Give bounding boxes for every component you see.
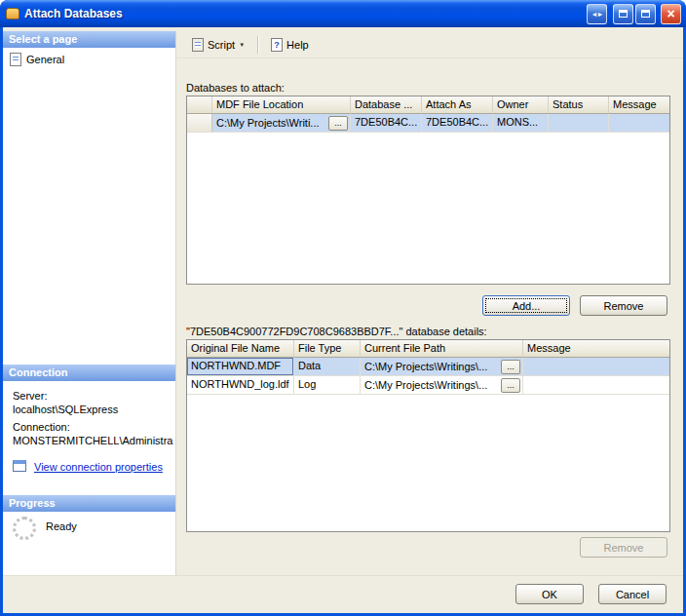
current-file-path-value: C:\My Projects\Writings\...: [364, 361, 487, 372]
help-button-label: Help: [286, 39, 309, 51]
column-header-status[interactable]: Status: [549, 96, 609, 114]
owner-cell[interactable]: MONS...: [493, 114, 549, 133]
server-value: localhost\SQLExpress: [13, 404, 118, 415]
footer: OK Cancel: [3, 575, 683, 613]
add-button[interactable]: Add...: [482, 295, 570, 316]
maximize-icon: [641, 10, 650, 18]
connection-header: Connection: [3, 365, 175, 381]
titlebar[interactable]: Attach Databases ◄► ×: [0, 0, 686, 27]
dialog-body: Select a page General Connection Server:…: [3, 27, 683, 613]
row-selector-cell[interactable]: [187, 114, 212, 133]
current-file-path-cell[interactable]: C:\My Projects\Writings\... ...: [361, 358, 523, 376]
details-remove-button[interactable]: Remove: [580, 537, 667, 558]
restore-icon: [619, 10, 628, 18]
chevron-down-icon: ▼: [239, 42, 245, 48]
server-label: Server:: [13, 390, 47, 402]
column-header-database[interactable]: Database ...: [351, 96, 422, 114]
message-cell[interactable]: [523, 358, 669, 376]
column-header-owner[interactable]: Owner: [493, 96, 549, 114]
dock-arrows-icon: ◄►: [591, 11, 603, 18]
table-row[interactable]: NORTHWND_log.ldf Log C:\My Projects\Writ…: [187, 376, 669, 395]
sidebar-item-general[interactable]: General: [10, 53, 64, 66]
restore-button[interactable]: [613, 4, 633, 24]
current-file-path-value: C:\My Projects\Writings\...: [364, 379, 487, 391]
window-icon: [6, 8, 19, 19]
database-cell[interactable]: 7DE50B4C...: [351, 114, 422, 133]
main-panel: Script ▼ ? Help Databases to attach: MDF…: [177, 31, 683, 575]
cancel-button[interactable]: Cancel: [598, 584, 667, 604]
current-file-path-cell[interactable]: C:\My Projects\Writings\... ...: [361, 376, 523, 395]
help-icon: ?: [271, 38, 283, 52]
original-file-name-cell[interactable]: NORTHWND.MDF: [187, 358, 294, 376]
column-header-file-type[interactable]: File Type: [294, 340, 361, 358]
progress-header: Progress: [3, 495, 175, 512]
browse-button[interactable]: ...: [501, 378, 520, 393]
script-icon: [192, 38, 204, 52]
close-icon: ×: [667, 7, 674, 20]
mdf-file-location-value: C:\My Projects\Writi...: [216, 117, 320, 129]
script-button-label: Script: [208, 39, 235, 51]
dock-arrows-button[interactable]: ◄►: [587, 4, 607, 24]
column-header-rowselector[interactable]: [187, 96, 212, 114]
general-page-icon: [10, 53, 21, 66]
mdf-file-location-cell[interactable]: C:\My Projects\Writi... ...: [212, 114, 351, 133]
maximize-button[interactable]: [635, 4, 656, 24]
message-cell[interactable]: [609, 114, 669, 133]
databases-to-attach-label: Databases to attach:: [186, 82, 285, 94]
browse-button[interactable]: ...: [328, 116, 348, 131]
databases-grid: MDF File Location Database ... Attach As…: [186, 96, 670, 285]
database-details-label: "7DE50B4C900772FD9C708C9683BBD7F..." dat…: [186, 326, 487, 337]
connection-properties-icon: [13, 460, 26, 472]
column-header-original-file-name[interactable]: Original File Name: [187, 340, 294, 358]
column-header-mdf-file-location[interactable]: MDF File Location: [212, 96, 351, 114]
close-button[interactable]: ×: [661, 4, 681, 24]
original-file-name-cell[interactable]: NORTHWND_log.ldf: [187, 376, 294, 395]
column-header-message[interactable]: Message: [523, 340, 669, 358]
browse-button[interactable]: ...: [501, 360, 520, 374]
connection-label: Connection:: [13, 421, 70, 433]
table-row[interactable]: C:\My Projects\Writi... ... 7DE50B4C... …: [187, 114, 669, 133]
details-grid: Original File Name File Type Current Fil…: [186, 339, 670, 532]
window-title: Attach Databases: [24, 7, 587, 20]
column-header-message[interactable]: Message: [609, 96, 669, 114]
toolbar-separator: [257, 36, 258, 54]
connection-value: MONSTERMITCHELL\Administra: [13, 435, 172, 446]
view-connection-properties-link[interactable]: View connection properties: [34, 461, 163, 473]
progress-spinner-icon: [13, 517, 36, 540]
details-grid-header: Original File Name File Type Current Fil…: [187, 340, 669, 358]
sidebar: Select a page General Connection Server:…: [3, 31, 176, 575]
progress-status: Ready: [46, 520, 77, 532]
column-header-attach-as[interactable]: Attach As: [422, 96, 493, 114]
script-button[interactable]: Script ▼: [185, 34, 251, 56]
file-type-cell[interactable]: Log: [294, 376, 361, 395]
select-a-page-header: Select a page: [3, 31, 175, 48]
remove-button[interactable]: Remove: [580, 295, 667, 316]
help-button[interactable]: ? Help: [264, 34, 316, 56]
attach-databases-window: Attach Databases ◄► × Select a page Gene…: [0, 0, 686, 616]
status-cell[interactable]: [549, 114, 609, 133]
column-header-current-file-path[interactable]: Current File Path: [361, 340, 523, 358]
file-type-cell[interactable]: Data: [294, 358, 361, 376]
table-row[interactable]: NORTHWND.MDF Data C:\My Projects\Writing…: [187, 358, 669, 376]
attach-as-cell[interactable]: 7DE50B4C...: [422, 114, 493, 133]
toolbar: Script ▼ ? Help: [177, 31, 683, 58]
titlebar-buttons: ◄► ×: [587, 4, 681, 24]
message-cell[interactable]: [523, 376, 669, 395]
sidebar-item-label: General: [26, 54, 64, 65]
ok-button[interactable]: OK: [515, 584, 584, 604]
databases-grid-header: MDF File Location Database ... Attach As…: [187, 96, 669, 114]
